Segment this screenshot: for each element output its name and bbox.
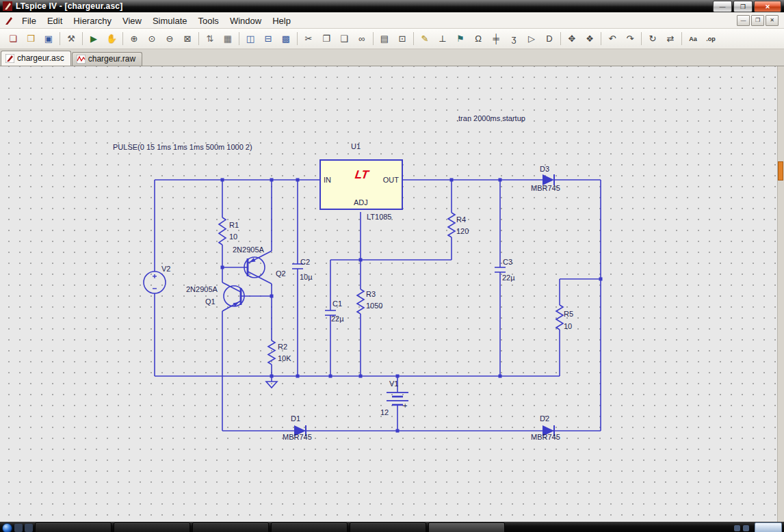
redo-icon[interactable]: ↷ — [622, 31, 639, 46]
label-c1-ref[interactable]: C1 — [332, 300, 342, 308]
label-r2-ref[interactable]: R2 — [278, 343, 287, 351]
taskbar-window-button[interactable] — [350, 522, 426, 532]
halt-icon[interactable]: ✋ — [103, 31, 120, 46]
label-d2-model[interactable]: MBR745 — [531, 433, 560, 441]
label-c3-ref[interactable]: C3 — [503, 258, 512, 266]
tile-vertical-icon[interactable]: ⊟ — [260, 31, 277, 46]
taskbar-window-button[interactable] — [35, 522, 112, 532]
taskbar-window-button[interactable] — [428, 522, 505, 532]
cascade-windows-icon[interactable]: ▩ — [278, 31, 295, 46]
menu-simulate[interactable]: Simulate — [147, 14, 193, 27]
mdi-restore-button[interactable]: ❐ — [751, 15, 764, 26]
maximize-button[interactable]: ❐ — [733, 1, 753, 12]
label-r3-value[interactable]: 1050 — [366, 302, 382, 310]
tray-icon[interactable] — [734, 525, 740, 531]
net-label-icon[interactable]: ⚑ — [452, 31, 469, 46]
label-r5-value[interactable]: 10 — [564, 322, 572, 330]
ground-icon[interactable]: ⊥ — [434, 31, 452, 46]
tab-chargeur-asc[interactable]: chargeur.asc — [1, 51, 71, 66]
label-c2-value[interactable]: 10µ — [300, 273, 313, 281]
label-d1-model[interactable]: MBR745 — [283, 433, 312, 441]
label-d3-ref[interactable]: D3 — [540, 165, 549, 173]
menu-edit[interactable]: Edit — [42, 14, 68, 27]
label-r1-value[interactable]: 10 — [229, 232, 237, 241]
print-preview-icon[interactable]: ⊡ — [394, 31, 411, 46]
menu-tools[interactable]: Tools — [193, 14, 224, 27]
label-q2-model[interactable]: 2N2905A — [233, 245, 264, 254]
label-q1-ref[interactable]: Q1 — [205, 297, 215, 306]
paste-icon[interactable]: ❑ — [336, 31, 353, 46]
zoom-in-icon[interactable]: ⊕ — [126, 31, 143, 46]
control-panel-icon[interactable]: ⚒ — [63, 31, 80, 46]
label-v1-value[interactable]: 12 — [380, 408, 389, 416]
spice-directive-icon[interactable]: .op — [703, 31, 720, 46]
zoom-back-icon[interactable]: ⊙ — [144, 31, 161, 46]
taskbar-window-button[interactable] — [114, 522, 190, 532]
quick-launch-icon[interactable] — [14, 524, 23, 532]
label-d1-ref[interactable]: D1 — [291, 414, 300, 423]
label-q2-ref[interactable]: Q2 — [276, 269, 286, 278]
menu-hierarchy[interactable]: Hierarchy — [68, 14, 117, 27]
taskbar-window-button[interactable] — [271, 522, 348, 532]
tab-chargeur-raw[interactable]: chargeur.raw — [72, 52, 142, 66]
drag-icon[interactable]: ❖ — [582, 31, 599, 46]
plot-settings-icon[interactable]: ▦ — [220, 31, 237, 46]
rotate-icon[interactable]: ↻ — [644, 31, 662, 46]
text-icon[interactable]: Aa — [685, 31, 702, 46]
mdi-close-button[interactable]: ✕ — [766, 15, 779, 26]
inductor-icon[interactable]: ʒ — [506, 31, 523, 46]
label-v1-ref[interactable]: V1 — [389, 380, 398, 388]
new-schematic-icon[interactable]: ❏ — [5, 31, 22, 46]
tile-horizontal-icon[interactable]: ◫ — [242, 31, 259, 46]
label-directive-pulse[interactable]: PULSE(0 15 1ms 1ms 1ms 500m 1000 2) — [113, 143, 252, 151]
label-v2-ref[interactable]: V2 — [161, 265, 170, 273]
vertical-scrollbar[interactable] — [777, 66, 784, 522]
label-r2-value[interactable]: 10K — [278, 354, 291, 362]
component-icon[interactable]: D — [541, 31, 558, 46]
tray-icon[interactable] — [743, 525, 749, 531]
label-directive-tran[interactable]: .tran 2000ms startup — [456, 114, 525, 122]
move-icon[interactable]: ✥ — [564, 31, 581, 46]
show-desktop-button[interactable] — [755, 522, 782, 532]
close-button[interactable]: ✕ — [754, 1, 781, 12]
copy-icon[interactable]: ❐ — [318, 31, 335, 46]
mdi-minimize-button[interactable]: — — [737, 15, 750, 26]
label-d3-model[interactable]: MBR745 — [531, 184, 560, 192]
label-r1-ref[interactable]: R1 — [229, 221, 239, 229]
label-r3-ref[interactable]: R3 — [366, 290, 376, 298]
find-icon[interactable]: ∞ — [354, 31, 371, 46]
resistor-icon[interactable]: Ω — [470, 31, 487, 46]
taskbar-window-button[interactable] — [192, 522, 269, 532]
label-c2-ref[interactable]: C2 — [300, 258, 310, 266]
draw-wire-icon[interactable]: ✎ — [417, 31, 434, 46]
autorange-y-icon[interactable]: ⇅ — [202, 31, 219, 46]
quick-launch-icon[interactable] — [25, 524, 33, 532]
label-q1-model[interactable]: 2N2905A — [186, 285, 218, 293]
component-u1-lt1085[interactable]: IN OUT ADJ LT — [319, 159, 403, 210]
cut-icon[interactable]: ✂ — [300, 31, 317, 46]
start-button[interactable] — [2, 523, 12, 532]
diode-icon[interactable]: ▷ — [523, 31, 540, 46]
menu-file[interactable]: File — [16, 14, 42, 27]
open-file-icon[interactable]: ❒ — [23, 31, 40, 46]
label-u1-part[interactable]: LT1085 — [367, 213, 392, 221]
label-c3-value[interactable]: 22µ — [502, 274, 515, 282]
minimize-button[interactable]: — — [713, 1, 732, 12]
menu-window[interactable]: Window — [224, 14, 267, 27]
mirror-icon[interactable]: ⇄ — [662, 31, 679, 46]
zoom-out-icon[interactable]: ⊖ — [161, 31, 179, 46]
zoom-full-extents-icon[interactable]: ⊠ — [179, 31, 196, 46]
undo-icon[interactable]: ↶ — [604, 31, 621, 46]
label-r4-ref[interactable]: R4 — [456, 215, 466, 224]
label-v1-plus[interactable]: + — [403, 401, 407, 410]
label-u1-ref[interactable]: U1 — [351, 142, 361, 150]
label-d2-ref[interactable]: D2 — [540, 414, 549, 423]
save-icon[interactable]: ▣ — [40, 31, 57, 46]
label-c1-value[interactable]: 22µ — [331, 315, 344, 323]
print-icon[interactable]: ▤ — [376, 31, 393, 46]
label-r4-value[interactable]: 120 — [456, 227, 469, 235]
menu-view[interactable]: View — [117, 14, 147, 27]
capacitor-icon[interactable]: ╪ — [488, 31, 505, 46]
run-icon[interactable]: ▶ — [86, 31, 103, 46]
scrollbar-thumb[interactable] — [778, 161, 783, 181]
